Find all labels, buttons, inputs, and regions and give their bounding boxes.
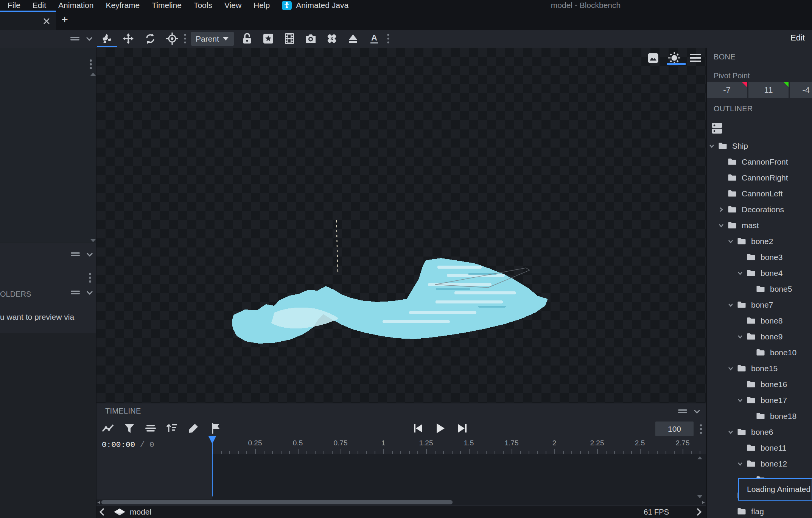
outliner-row-flag[interactable]: flag	[707, 504, 812, 518]
outliner-row-bone2[interactable]: bone2	[707, 233, 812, 249]
screenshot-button[interactable]	[304, 32, 317, 45]
timeline-ruler[interactable]: 0.250.50.7511.251.51.7522.252.52.75	[212, 436, 706, 454]
outliner-row-ship[interactable]: Ship	[707, 139, 812, 154]
chevron-down-icon[interactable]	[737, 334, 743, 340]
scroll-left-icon[interactable]	[97, 501, 100, 504]
resize-tool-button[interactable]	[121, 32, 135, 45]
pivot-x-input[interactable]: -7	[707, 82, 747, 98]
chevron-down-icon[interactable]	[709, 143, 715, 149]
outliner-row-cannonleft[interactable]: CannonLeft	[707, 186, 812, 202]
scrollbar-thumb[interactable]	[101, 500, 453, 504]
rotate-tool-button[interactable]	[143, 32, 157, 45]
scroll-right-icon[interactable]	[702, 501, 705, 504]
sort-button[interactable]	[164, 421, 179, 436]
scroll-up-icon[interactable]	[90, 73, 96, 76]
outliner-row-bone4[interactable]: bone4	[707, 265, 812, 281]
mode-tab-edit[interactable]: Edit	[783, 33, 812, 45]
outliner-row-bone12[interactable]: bone12	[707, 456, 812, 472]
menu-view[interactable]: View	[224, 0, 241, 11]
background-image-button[interactable]	[647, 51, 659, 64]
chevron-down-icon[interactable]	[728, 238, 734, 244]
transform-space-select[interactable]: Parent	[191, 32, 234, 46]
outliner-row-bone16[interactable]: bone16	[707, 376, 812, 392]
outliner-row-bone5[interactable]: bone5	[707, 281, 812, 297]
jump-to-end-button[interactable]	[455, 421, 470, 436]
filter-button[interactable]	[122, 421, 137, 436]
outliner-row-bone10[interactable]: bone10	[707, 345, 812, 361]
lock-button[interactable]	[240, 32, 254, 45]
lighting-button[interactable]	[668, 51, 680, 64]
scroll-up-icon[interactable]	[697, 456, 702, 459]
chevron-down-icon[interactable]	[728, 302, 734, 308]
chevron-down-icon[interactable]	[737, 397, 743, 403]
outliner-row-bone7[interactable]: bone7	[707, 297, 812, 313]
panel-collapse-button[interactable]	[82, 32, 96, 45]
move-tool-button[interactable]	[100, 32, 114, 45]
jump-to-start-button[interactable]	[411, 421, 426, 436]
edit-keyframe-button[interactable]	[186, 421, 201, 436]
chevron-down-icon[interactable]	[728, 429, 734, 435]
outliner-row-bone15[interactable]: bone15	[707, 361, 812, 376]
status-prev-button[interactable]	[99, 508, 105, 516]
panel-collapse-button[interactable]	[86, 291, 93, 295]
eject-button[interactable]	[346, 32, 360, 45]
outliner-row-bone11[interactable]: bone11	[707, 440, 812, 456]
pivot-tool-button[interactable]	[165, 32, 179, 45]
menu-keyframe[interactable]: Keyframe	[106, 0, 140, 11]
status-next-button[interactable]	[696, 508, 702, 516]
outliner-toggle-button[interactable]	[712, 123, 722, 134]
play-button[interactable]	[433, 421, 448, 436]
project-tab[interactable]	[0, 11, 56, 30]
viewport-menu-button[interactable]	[689, 51, 702, 64]
new-tab-button[interactable]: +	[60, 14, 70, 25]
viewport-3d[interactable]: Y	[96, 48, 706, 403]
menu-animation[interactable]: Animation	[58, 0, 93, 11]
playhead-handle[interactable]	[208, 436, 216, 444]
menu-timeline[interactable]: Timeline	[152, 0, 182, 11]
timeline-kebab-menu[interactable]	[700, 424, 702, 434]
dense-lines-button[interactable]	[143, 421, 158, 436]
patch-button[interactable]	[325, 32, 339, 45]
marker-flag-button[interactable]	[208, 421, 223, 436]
chevron-right-icon[interactable]	[718, 207, 724, 213]
outliner-row-decorations[interactable]: Decorations	[707, 202, 812, 218]
pivot-y-input[interactable]: 11	[748, 82, 789, 98]
panel-menu-kebab[interactable]	[89, 59, 92, 70]
toolbar-overflow-menu-2[interactable]	[384, 32, 393, 45]
scroll-down-icon[interactable]	[90, 239, 96, 242]
outliner-row-cannonfront[interactable]: CannonFront	[707, 154, 812, 170]
outliner-row-cannonright[interactable]: CannonRight	[707, 170, 812, 186]
menu-animated-java[interactable]: Animated Java	[282, 0, 348, 11]
toolbar-overflow-menu[interactable]	[180, 32, 190, 45]
format-text-button[interactable]: A	[367, 32, 381, 45]
panel-collapse-button[interactable]	[694, 409, 700, 414]
outliner-row-bone3[interactable]: bone3	[707, 249, 812, 265]
menu-tools[interactable]: Tools	[194, 0, 212, 11]
scroll-down-icon[interactable]	[697, 495, 702, 498]
panel-menu-kebab[interactable]	[89, 272, 92, 283]
timeline-track-area[interactable]	[212, 454, 706, 499]
outliner-row-mast[interactable]: mast	[707, 218, 812, 233]
chevron-down-icon[interactable]	[728, 366, 734, 372]
chevron-down-icon[interactable]	[718, 222, 724, 229]
panel-collapse-button[interactable]	[86, 252, 93, 257]
menu-help[interactable]: Help	[254, 0, 270, 11]
menu-edit[interactable]: Edit	[33, 0, 46, 11]
timeline-hscrollbar[interactable]	[96, 499, 706, 505]
chevron-down-icon[interactable]	[737, 270, 743, 276]
tab-close-button[interactable]	[42, 17, 51, 26]
menu-file[interactable]: File	[8, 0, 20, 11]
outliner-row-bone8[interactable]: bone8	[707, 313, 812, 329]
panel-drag-handle[interactable]	[70, 290, 80, 295]
panel-drag-handle[interactable]	[678, 409, 688, 414]
playback-speed-input[interactable]: 100	[655, 422, 694, 436]
outliner-row-bone17[interactable]: bone17	[707, 392, 812, 408]
star-button[interactable]	[261, 32, 275, 45]
graph-editor-button[interactable]	[100, 421, 115, 436]
chevron-down-icon[interactable]	[737, 461, 743, 467]
film-button[interactable]	[283, 32, 296, 45]
panel-drag-handle[interactable]	[70, 252, 80, 257]
outliner-row-bone6[interactable]: bone6	[707, 424, 812, 440]
pivot-z-input[interactable]: -4	[790, 82, 812, 98]
toast-notification[interactable]: Loading Animated	[738, 478, 812, 501]
